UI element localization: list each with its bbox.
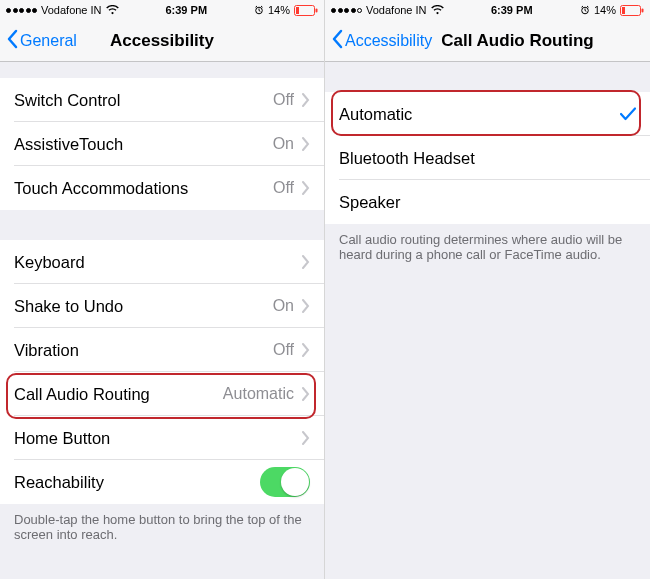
signal-dots-icon (6, 8, 37, 13)
routing-options-group: Automatic Bluetooth Headset Speaker (325, 92, 650, 224)
shake-to-undo-row[interactable]: Shake to Undo On (0, 284, 324, 328)
option-speaker-row[interactable]: Speaker (325, 180, 650, 224)
row-value: Off (273, 179, 294, 197)
alarm-icon (580, 5, 590, 15)
svg-rect-3 (315, 8, 317, 12)
row-label: Keyboard (14, 253, 302, 272)
status-bar: Vodafone IN 6:39 PM 14% (325, 0, 650, 20)
row-label: AssistiveTouch (14, 135, 273, 154)
row-label: Reachability (14, 473, 260, 492)
back-label: General (20, 32, 77, 50)
nav-bar: General Accessibility (0, 20, 324, 62)
battery-icon (294, 5, 318, 16)
row-value: Automatic (223, 385, 294, 403)
status-time: 6:39 PM (491, 4, 533, 16)
back-button[interactable]: General (0, 29, 77, 53)
assistive-touch-row[interactable]: AssistiveTouch On (0, 122, 324, 166)
group-footer: Call audio routing determines where audi… (325, 224, 650, 276)
row-label: Call Audio Routing (14, 385, 223, 404)
row-label: Automatic (339, 105, 620, 124)
chevron-right-icon (302, 255, 310, 269)
svg-rect-7 (641, 8, 643, 12)
battery-percent: 14% (268, 4, 290, 16)
row-label: Bluetooth Headset (339, 149, 636, 168)
svg-rect-6 (622, 7, 625, 14)
svg-rect-2 (296, 7, 299, 14)
signal-dots-icon (331, 8, 362, 13)
row-label: Touch Accommodations (14, 179, 273, 198)
row-label: Switch Control (14, 91, 273, 110)
row-label: Speaker (339, 193, 636, 212)
option-automatic-row[interactable]: Automatic (325, 92, 650, 136)
status-time: 6:39 PM (165, 4, 207, 16)
chevron-right-icon (302, 137, 310, 151)
chevron-right-icon (302, 93, 310, 107)
chevron-right-icon (302, 431, 310, 445)
vibration-row[interactable]: Vibration Off (0, 328, 324, 372)
chevron-right-icon (302, 387, 310, 401)
call-audio-routing-pane: Vodafone IN 6:39 PM 14% Accessibility Ca… (325, 0, 650, 579)
row-label: Home Button (14, 429, 302, 448)
row-value: On (273, 135, 294, 153)
chevron-right-icon (302, 299, 310, 313)
chevron-right-icon (302, 343, 310, 357)
carrier-label: Vodafone IN (366, 4, 427, 16)
reachability-toggle[interactable] (260, 467, 310, 497)
back-label: Accessibility (345, 32, 432, 50)
wifi-icon (431, 5, 444, 15)
alarm-icon (254, 5, 264, 15)
home-button-row[interactable]: Home Button (0, 416, 324, 460)
back-chevron-icon (6, 29, 20, 53)
call-audio-routing-row[interactable]: Call Audio Routing Automatic (0, 372, 324, 416)
back-button[interactable]: Accessibility (325, 29, 432, 53)
settings-group-1: Switch Control Off AssistiveTouch On Tou… (0, 78, 324, 210)
row-value: On (273, 297, 294, 315)
settings-group-2: Keyboard Shake to Undo On Vibration Off … (0, 240, 324, 504)
nav-bar: Accessibility Call Audio Routing (325, 20, 650, 62)
back-chevron-icon (331, 29, 345, 53)
checkmark-icon (620, 107, 636, 121)
row-label: Vibration (14, 341, 273, 360)
accessibility-pane: Vodafone IN 6:39 PM 14% General Accessib… (0, 0, 325, 579)
status-bar: Vodafone IN 6:39 PM 14% (0, 0, 324, 20)
group-footer: Double-tap the home button to bring the … (0, 504, 324, 556)
keyboard-row[interactable]: Keyboard (0, 240, 324, 284)
row-value: Off (273, 91, 294, 109)
option-bluetooth-headset-row[interactable]: Bluetooth Headset (325, 136, 650, 180)
touch-accommodations-row[interactable]: Touch Accommodations Off (0, 166, 324, 210)
carrier-label: Vodafone IN (41, 4, 102, 16)
chevron-right-icon (302, 181, 310, 195)
battery-icon (620, 5, 644, 16)
wifi-icon (106, 5, 119, 15)
row-value: Off (273, 341, 294, 359)
reachability-row[interactable]: Reachability (0, 460, 324, 504)
battery-percent: 14% (594, 4, 616, 16)
switch-control-row[interactable]: Switch Control Off (0, 78, 324, 122)
row-label: Shake to Undo (14, 297, 273, 316)
